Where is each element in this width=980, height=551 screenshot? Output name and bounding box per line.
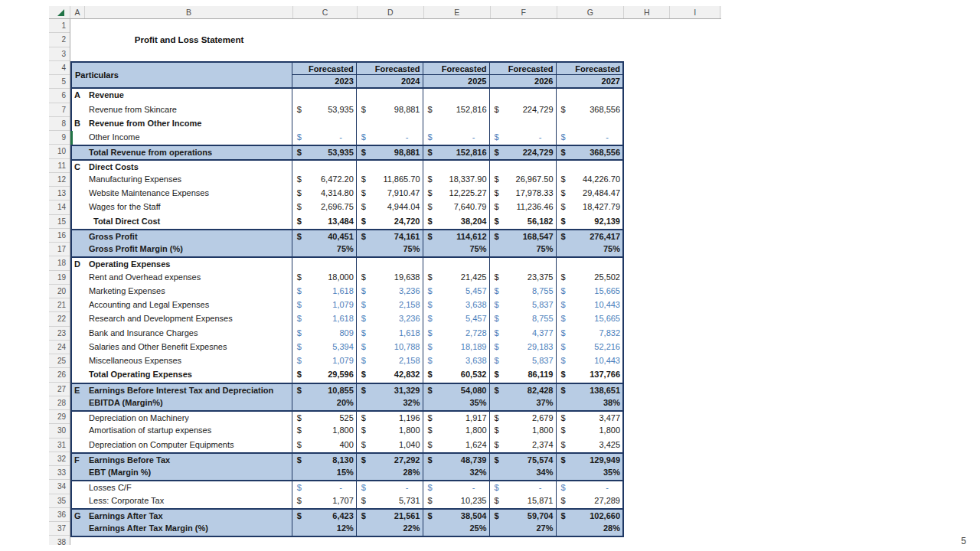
percent-cell[interactable]: 28% <box>556 522 623 536</box>
row-label-cell[interactable]: Total Revenue from operations <box>87 146 292 158</box>
row-letter-cell[interactable] <box>72 522 87 536</box>
row-label-cell[interactable]: EBT (Margin %) <box>87 466 292 480</box>
row-label-cell[interactable]: Marketing Expenses <box>87 285 292 298</box>
value-cell[interactable]: $5,394 <box>292 341 356 354</box>
value-cell[interactable]: $13,484 <box>292 215 356 229</box>
value-cell[interactable]: $18,000 <box>292 271 356 285</box>
value-cell[interactable]: $29,484.47 <box>556 187 623 201</box>
row-letter-cell[interactable] <box>72 481 87 494</box>
value-cell[interactable]: $48,739 <box>423 454 489 466</box>
value-cell[interactable]: $74,161 <box>356 230 423 243</box>
value-cell[interactable]: $44,226.70 <box>556 173 623 187</box>
row-label-cell[interactable]: Gross Profit Margin (%) <box>87 243 292 256</box>
value-cell[interactable]: $5,457 <box>423 312 489 326</box>
percent-cell[interactable]: 75% <box>356 243 423 256</box>
value-cell[interactable]: $38,204 <box>423 215 489 229</box>
row-label-cell[interactable]: Research and Development Expenses <box>87 312 292 326</box>
row-letter-cell[interactable] <box>72 271 87 285</box>
value-cell[interactable]: $152,816 <box>423 146 489 158</box>
percent-cell[interactable]: 15% <box>292 466 356 480</box>
row-label-cell[interactable]: Revenue <box>87 89 292 103</box>
row-letter-cell[interactable] <box>72 146 87 158</box>
value-cell[interactable]: $21,425 <box>423 271 489 285</box>
row-letter-cell[interactable]: E <box>72 384 87 396</box>
value-cell[interactable]: $18,337.90 <box>423 173 489 187</box>
value-cell[interactable]: $224,729 <box>489 146 556 158</box>
empty-cell[interactable] <box>356 161 423 173</box>
particulars-header-cell[interactable]: Particulars <box>72 63 292 88</box>
row-header-7[interactable]: 7 <box>49 103 70 117</box>
column-header-E[interactable]: E <box>424 6 491 18</box>
value-cell[interactable]: $4,314.80 <box>292 187 356 201</box>
row-header-5[interactable]: 5 <box>49 75 70 89</box>
year-cell[interactable]: 2026 <box>490 75 556 87</box>
row-letter-cell[interactable] <box>72 230 87 243</box>
empty-cell[interactable] <box>292 258 356 270</box>
row-label-cell[interactable]: Depreciation on Machinery <box>87 412 292 424</box>
row-letter-cell[interactable] <box>72 298 87 312</box>
row-header-18[interactable]: 18 <box>49 256 70 270</box>
value-cell[interactable]: $27,292 <box>356 454 423 466</box>
value-cell[interactable]: $17,978.33 <box>489 187 556 201</box>
value-cell[interactable]: $- <box>489 481 556 494</box>
column-header-C[interactable]: C <box>293 6 358 18</box>
row-label-cell[interactable]: Other Income <box>87 131 292 145</box>
percent-cell[interactable]: 75% <box>489 243 556 256</box>
value-cell[interactable]: $1,618 <box>292 285 356 298</box>
forecast-label-cell[interactable]: Forecasted <box>557 63 623 75</box>
value-cell[interactable]: $- <box>556 131 623 145</box>
value-cell[interactable]: $2,679 <box>489 412 556 424</box>
value-cell[interactable]: $129,949 <box>556 454 623 466</box>
empty-cell[interactable] <box>556 161 623 173</box>
year-cell[interactable]: 2023 <box>292 75 356 87</box>
value-cell[interactable]: $11,236.46 <box>489 201 556 214</box>
value-cell[interactable]: $86,119 <box>489 368 556 382</box>
row-letter-cell[interactable] <box>72 396 87 410</box>
value-cell[interactable]: $2,728 <box>423 327 489 341</box>
row-header-25[interactable]: 25 <box>49 354 70 368</box>
value-cell[interactable]: $1,079 <box>292 298 356 312</box>
value-cell[interactable]: $8,755 <box>489 285 556 298</box>
value-cell[interactable]: $3,477 <box>556 412 623 424</box>
value-cell[interactable]: $5,837 <box>489 298 556 312</box>
value-cell[interactable]: $2,158 <box>356 354 423 368</box>
year-cell[interactable]: 2024 <box>357 75 423 87</box>
row-header-37[interactable]: 37 <box>49 522 70 536</box>
value-cell[interactable]: $1,800 <box>489 424 556 438</box>
year-cell[interactable]: 2025 <box>423 75 489 87</box>
row-label-cell[interactable]: Salaries and Other Benefit Expesnes <box>87 341 292 354</box>
value-cell[interactable]: $4,944.04 <box>356 201 423 214</box>
value-cell[interactable]: $368,556 <box>556 103 623 117</box>
row-letter-cell[interactable] <box>72 131 87 145</box>
percent-cell[interactable]: 12% <box>292 522 356 536</box>
percent-cell[interactable]: 28% <box>356 466 423 480</box>
value-cell[interactable]: $1,800 <box>423 424 489 438</box>
row-label-cell[interactable]: Revenue from Skincare <box>87 103 292 117</box>
row-label-cell[interactable]: Accounting and Legal Expenses <box>87 298 292 312</box>
empty-cell[interactable] <box>489 161 556 173</box>
forecast-label-cell[interactable]: Forecasted <box>357 63 423 75</box>
row-label-cell[interactable]: Miscellaneous Expenses <box>87 354 292 368</box>
row-label-cell[interactable]: Total Operating Expenses <box>87 368 292 382</box>
value-cell[interactable]: $168,547 <box>489 230 556 243</box>
row-header-20[interactable]: 20 <box>49 285 70 298</box>
value-cell[interactable]: $31,329 <box>356 384 423 396</box>
empty-cell[interactable] <box>556 258 623 270</box>
value-cell[interactable]: $23,375 <box>489 271 556 285</box>
row-label-cell[interactable]: Direct Costs <box>87 161 292 173</box>
value-cell[interactable]: $1,707 <box>292 494 356 508</box>
row-letter-cell[interactable] <box>72 187 87 201</box>
value-cell[interactable]: $7,832 <box>556 327 623 341</box>
row-header-9[interactable]: 9 <box>49 131 70 145</box>
value-cell[interactable]: $38,504 <box>423 510 489 522</box>
row-label-cell[interactable]: Earnings Before Interest Tax and Depreci… <box>87 384 292 396</box>
row-letter-cell[interactable] <box>72 439 87 452</box>
row-letter-cell[interactable] <box>72 494 87 508</box>
percent-cell[interactable]: 75% <box>292 243 356 256</box>
value-cell[interactable]: $- <box>489 131 556 145</box>
row-header-21[interactable]: 21 <box>49 298 70 312</box>
value-cell[interactable]: $8,755 <box>489 312 556 326</box>
value-cell[interactable]: $5,457 <box>423 285 489 298</box>
value-cell[interactable]: $19,638 <box>356 271 423 285</box>
row-label-cell[interactable]: Bank and Insurance Charges <box>87 327 292 341</box>
